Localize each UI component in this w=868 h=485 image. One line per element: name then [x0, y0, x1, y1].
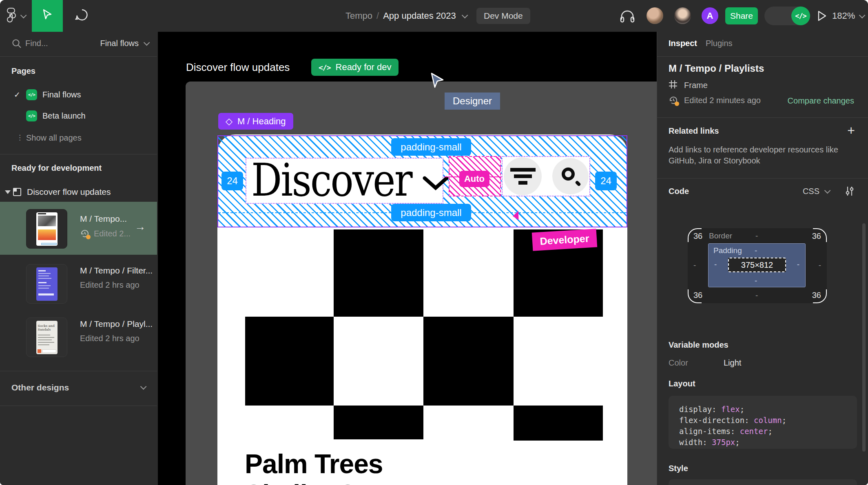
- breadcrumb[interactable]: Tempo / App updates 2023: [345, 0, 466, 32]
- margin-left-value: -: [693, 261, 696, 270]
- heading-component-overlay[interactable]: Discover Auto 2: [217, 135, 627, 227]
- language-chevron-icon: [824, 187, 831, 194]
- comment-tool-button[interactable]: [73, 7, 91, 25]
- designer-cursor-label: Designer: [445, 93, 500, 110]
- menu-chevron-icon: [20, 12, 27, 18]
- divider: [657, 117, 868, 118]
- section-label: Discover flow updates: [27, 187, 111, 197]
- search-button: [552, 158, 589, 194]
- code-line: flex-direction: column;: [679, 415, 857, 426]
- component-label: M / Heading: [237, 116, 286, 127]
- filter-button: [504, 157, 542, 195]
- kebab-icon: ⋮: [16, 137, 23, 139]
- element-size[interactable]: 375×812: [728, 258, 786, 272]
- left-sidebar: Find... Final flows Pages ✓ </> Final fl…: [0, 32, 157, 485]
- collaborator-avatar-1[interactable]: [646, 7, 664, 25]
- card-title: Palm Trees: [245, 448, 383, 479]
- avatar-initial: A: [707, 11, 713, 21]
- corner-radius-value: 36: [812, 291, 821, 300]
- design-title: M / Tempo / Filter...: [80, 266, 153, 276]
- dev-page-icon: </>: [26, 89, 37, 100]
- design-edited: Edited 2 hrs ago: [80, 280, 140, 290]
- design-item[interactable]: Socks and Sandals M / Tempo / Playl... E…: [0, 310, 157, 363]
- move-tool-button[interactable]: [32, 0, 63, 32]
- box-model-diagram[interactable]: 36 36 36 36 Border - - - - Padding - - -…: [688, 228, 827, 303]
- ready-for-dev-label: Ready for dev: [336, 62, 392, 73]
- tab-plugins[interactable]: Plugins: [706, 39, 733, 48]
- check-icon: ✓: [14, 90, 20, 99]
- flow-section-title[interactable]: Discover flow updates: [186, 61, 290, 74]
- zoom-level: 182%: [832, 11, 855, 21]
- variable-modes-header: Variable modes: [669, 340, 728, 350]
- scope-filter-dropdown[interactable]: Final flows: [100, 39, 148, 48]
- sidebar-item-beta-launch[interactable]: </> Beta launch: [0, 106, 157, 125]
- dev-page-icon: </>: [26, 110, 37, 121]
- scope-filter-value: Final flows: [100, 39, 139, 48]
- pages-header: Pages: [11, 66, 35, 76]
- compare-changes-link[interactable]: Compare changes: [788, 96, 854, 106]
- border-top-value: -: [755, 231, 758, 240]
- collaborator-avatar-3[interactable]: A: [701, 7, 719, 25]
- divider: [0, 154, 157, 154]
- disclosure-triangle-icon[interactable]: [5, 190, 11, 194]
- present-button[interactable]: [815, 10, 828, 22]
- selection-type: Frame: [684, 81, 708, 90]
- add-link-button[interactable]: +: [847, 123, 855, 138]
- corner-radius-value: 36: [693, 231, 702, 241]
- tab-inspect[interactable]: Inspect: [669, 39, 697, 48]
- gap-measurement-right: 24: [595, 172, 617, 190]
- open-design-arrow[interactable]: →: [135, 220, 146, 233]
- sidebar-item-final-flows[interactable]: ✓ </> Final flows: [0, 85, 157, 104]
- auto-spacing-chip: Auto: [459, 171, 489, 187]
- page-label: Final flows: [42, 90, 81, 99]
- border-bottom-value: -: [755, 291, 758, 300]
- file-menu-chevron-icon[interactable]: [462, 12, 468, 18]
- page-label: Beta launch: [42, 111, 86, 121]
- selection-title: M / Tempo / Playlists: [669, 63, 764, 74]
- dev-mode-badge: Dev Mode: [476, 8, 530, 24]
- code-settings-button[interactable]: [844, 186, 855, 198]
- section-icon: [13, 188, 21, 196]
- design-thumbnail: [26, 264, 67, 304]
- other-designs-label: Other designs: [11, 383, 69, 392]
- design-edited: Edited 2...: [80, 229, 131, 238]
- divider: [657, 56, 868, 57]
- breadcrumb-project[interactable]: Tempo: [345, 11, 372, 21]
- code-language-dropdown[interactable]: CSS: [803, 187, 829, 196]
- audio-call-button[interactable]: [620, 9, 636, 24]
- collaborator-avatar-2[interactable]: [673, 7, 692, 25]
- header-icons-bounds[interactable]: [502, 156, 590, 196]
- design-item-selected[interactable]: M / Tempo... Edited 2... →: [0, 202, 157, 255]
- padding-box[interactable]: Padding - - - - 375×812: [708, 243, 806, 287]
- heading-dropdown-chevron-icon: [422, 175, 449, 193]
- heading-text-bounds[interactable]: Discover: [246, 158, 443, 204]
- layout-section-header: Layout: [669, 379, 695, 388]
- layout-code-block[interactable]: display: flex; flex-direction: column; a…: [669, 396, 857, 449]
- design-item[interactable]: M / Tempo / Filter... Edited 2 hrs ago: [0, 257, 157, 310]
- main-menu-button[interactable]: [7, 7, 29, 24]
- zoom-menu[interactable]: 182%: [832, 0, 864, 32]
- gap-measurement-left: 24: [221, 172, 243, 190]
- dev-mode-toggle[interactable]: </>: [764, 7, 810, 25]
- panel-scrollbar[interactable]: [862, 223, 866, 452]
- breadcrumb-file-name[interactable]: App updates 2023: [383, 11, 456, 21]
- comment-bubble-icon: [75, 8, 89, 24]
- zoom-chevron-icon: [859, 12, 866, 18]
- magnifier-icon: [562, 168, 580, 185]
- ready-for-dev-badge[interactable]: </> Ready for dev: [311, 59, 399, 76]
- section-discover-flow-updates[interactable]: Discover flow updates: [0, 183, 157, 201]
- component-label-chip[interactable]: ◇ M / Heading: [218, 113, 293, 130]
- find-bar[interactable]: Find... Final flows: [0, 32, 157, 56]
- variable-mode-value[interactable]: Light: [724, 358, 741, 368]
- style-code-block[interactable]: [669, 479, 857, 485]
- related-links-header: Related links: [669, 126, 719, 136]
- edited-timestamp: Edited 2 minutes ago: [684, 96, 761, 105]
- dev-mode-toggle-knob[interactable]: </>: [791, 7, 810, 25]
- design-frame[interactable]: Palm Trees Similar Songs Developer Disco…: [186, 82, 657, 485]
- developer-cursor-icon: [512, 204, 528, 223]
- show-all-pages-button[interactable]: ⋮ Show all pages: [0, 128, 157, 147]
- share-button[interactable]: Share: [725, 7, 758, 24]
- find-input[interactable]: Find...: [25, 39, 48, 48]
- other-designs-section[interactable]: Other designs: [0, 371, 157, 406]
- canvas[interactable]: Discover flow updates </> Ready for dev …: [158, 32, 657, 485]
